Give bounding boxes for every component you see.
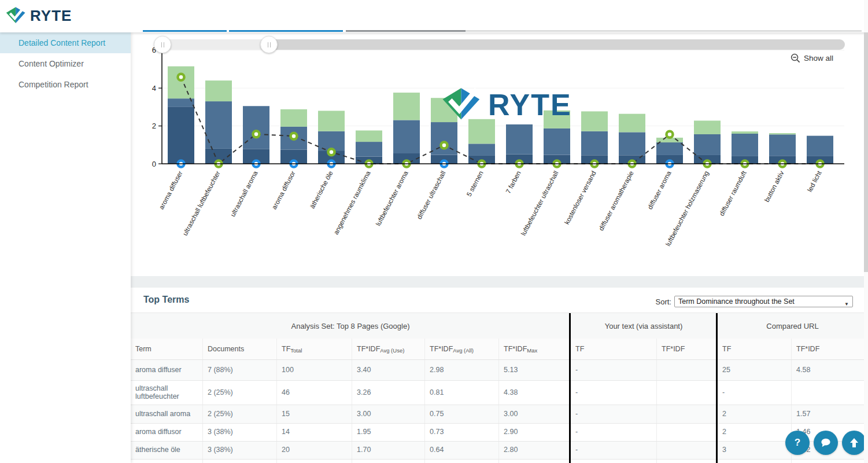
cell-r0-c3: 3.40 [352,360,424,380]
range-handle-left[interactable] [154,36,171,53]
cell-r5-c4 [424,460,498,463]
column-header-0: Term [131,339,202,359]
cell-r4-c4: 0.64 [424,442,498,459]
brand-name: RYTE [30,7,72,25]
ryte-logo[interactable]: RYTE [6,6,72,25]
scroll-top-button[interactable] [842,431,866,455]
svg-text:2: 2 [152,122,156,130]
sidebar-item-detailed-content-report[interactable]: Detailed Content Report [0,32,131,53]
cell-r5-c8 [717,460,791,463]
column-header-8: TF [717,339,791,359]
tab-indicator-3[interactable] [346,30,466,32]
cell-r2-c9: 1.57 [791,405,868,423]
table-row-ultraschall-luftbefeuchter: ultraschall luftbefeuchter2 (25%)463.260… [131,381,868,405]
cell-r1-c6: - [570,381,656,405]
svg-text:angenehmes raumklima: angenehmes raumklima [333,170,372,236]
svg-text:diffuser raumduft: diffuser raumduft [718,170,748,217]
cell-r5-c2 [276,460,352,463]
cell-r2-c0: ultraschall aroma [131,405,202,423]
cell-r0-c0: aroma diffuser [131,360,202,380]
cell-r2-c2: 15 [276,405,352,423]
column-header-2: TFTotal [276,339,352,359]
cell-r2-c4: 0.75 [424,405,498,423]
cell-r3-c3: 1.95 [352,424,424,441]
cell-r1-c5: 4.38 [498,381,570,405]
cell-r0-c2: 100 [276,360,352,380]
cell-r4-c8: 3 [717,442,791,459]
cell-r5-c9 [791,460,868,463]
chart-card: 0246aroma diffuserultraschall luftbefeuc… [131,32,868,276]
chart-range-slider[interactable] [162,39,845,50]
svg-text:4: 4 [152,84,156,93]
cell-r1-c0: ultraschall luftbefeuchter [131,381,202,405]
cell-r1-c7 [656,381,717,405]
cell-r4-c3: 1.70 [352,442,424,459]
svg-text:ultraschall luftbefeuchter: ultraschall luftbefeuchter [182,170,221,237]
svg-text:diffuser ultraschall: diffuser ultraschall [416,170,447,220]
svg-text:ultraschall aroma: ultraschall aroma [229,170,259,218]
tab-indicator-1[interactable] [143,30,227,32]
cell-r1-c8: - [717,381,791,405]
cell-r2-c8: 2 [717,405,791,423]
svg-text:button aktiv: button aktiv [763,170,785,203]
table-row-aroma-diffuser: aroma diffuser7 (88%)1003.402.985.13-254… [131,360,868,381]
svg-text:luftbefeuchter holzmaserung: luftbefeuchter holzmaserung [664,170,710,247]
sidebar-item-content-optimizer[interactable]: Content Optimizer [0,53,131,74]
cell-r3-c6: - [570,424,656,441]
table-row-partial [131,460,868,463]
svg-text:luftbefeuchter aroma: luftbefeuchter aroma [375,170,409,227]
page-scrollbar-thumb[interactable] [864,32,868,272]
column-header-4: TF*IDFAvg (All) [424,339,498,359]
top-bar: RYTE [0,0,868,32]
tab-indicator-track [466,30,862,32]
svg-text:luftbefeuchter ultraschall: luftbefeuchter ultraschall [520,170,560,237]
show-all-button[interactable]: Show all [791,53,833,63]
svg-text:aroma diffuser: aroma diffuser [158,170,184,211]
cell-r0-c4: 2.98 [424,360,498,380]
cell-r3-c5: 2.90 [498,424,570,441]
cell-r2-c1: 2 (25%) [202,405,276,423]
cell-r3-c1: 3 (38%) [202,424,276,441]
cell-r3-c0: aroma diffusor [131,424,202,441]
top-terms-card: Top Terms Sort: Term Dominance throughou… [131,288,868,463]
cell-r0-c1: 7 (88%) [202,360,276,380]
svg-text:ätherische öle: ätherische öle [309,170,334,210]
sort-selected-value: Term Dominance throughout the Set [678,297,795,306]
column-header-6: TF [570,339,656,359]
cell-r4-c6: - [570,442,656,459]
sort-select[interactable]: Term Dominance throughout the Set ▼ [674,296,853,307]
cell-r2-c6: - [570,405,656,423]
tab-indicator-2[interactable] [229,30,343,32]
column-header-5: TF*IDFMax [498,339,570,359]
column-header-7: TF*IDF [656,339,717,359]
cell-r0-c6: - [570,360,656,380]
table-body: aroma diffuser7 (88%)1003.402.985.13-254… [131,360,868,463]
cell-r2-c7 [656,405,717,423]
sort-caret-icon: ▼ [844,299,849,307]
cell-r3-c4: 0.73 [424,424,498,441]
column-header-1: Documents [202,339,276,359]
cell-r4-c1: 3 (38%) [202,442,276,459]
range-handle-right[interactable] [260,36,278,53]
svg-text:aroma diffusor: aroma diffusor [271,170,297,211]
chat-bubble-icon [820,438,832,448]
cell-r0-c5: 5.13 [498,360,570,380]
group-your-text: Your text (via assistant) [570,313,717,339]
cell-r5-c3 [352,460,424,463]
floating-buttons: ? [785,431,866,455]
svg-text:diffuser aromatherapie: diffuser aromatherapie [597,170,635,232]
page-scrollbar-track[interactable] [864,0,868,463]
show-all-label: Show all [804,54,833,63]
help-button[interactable]: ? [785,431,810,455]
table-row-aroma-diffusor: aroma diffusor3 (38%)141.950.732.90-21.4… [131,424,868,442]
table-group-header-row: Analysis Set: Top 8 Pages (Google) Your … [131,313,868,339]
sidebar: Detailed Content ReportContent Optimizer… [0,32,131,463]
chat-button[interactable] [814,431,838,455]
top-terms-header-row: Top Terms Sort: Term Dominance throughou… [131,288,868,313]
sidebar-item-competition-report[interactable]: Competition Report [0,74,131,95]
range-selected-region [162,39,269,50]
app-root: RYTE Detailed Content ReportContent Opti… [0,0,868,463]
column-header-9: TF*IDF [791,339,868,359]
cell-r3-c2: 14 [276,424,352,441]
cell-r0-c8: 25 [717,360,791,380]
